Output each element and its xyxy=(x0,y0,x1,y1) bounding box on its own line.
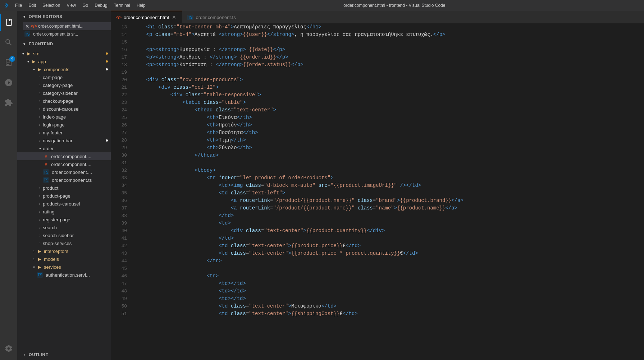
activity-explorer[interactable] xyxy=(0,14,17,31)
login-page-arrow[interactable] xyxy=(37,122,43,128)
products-carousel-label: products-carousel xyxy=(43,201,80,207)
frontend-arrow[interactable] xyxy=(22,41,27,47)
activity-settings[interactable] xyxy=(0,340,17,357)
products-carousel-arrow[interactable] xyxy=(37,201,43,207)
app-arrow[interactable] xyxy=(25,59,31,64)
search-sidebar-arrow[interactable] xyxy=(37,232,43,238)
tree-components[interactable]: ▶ components xyxy=(17,65,111,73)
tree-products-carousel[interactable]: products-carousel xyxy=(17,200,111,208)
code-line-24: <thead class="text-center"> xyxy=(134,106,644,114)
my-footer-arrow[interactable] xyxy=(37,130,43,135)
tree-search[interactable]: search xyxy=(17,223,111,231)
menu-selection[interactable]: Selection xyxy=(40,2,63,9)
checkout-page-arrow[interactable] xyxy=(37,98,43,104)
tree-discount-carousel[interactable]: discount-carousel xyxy=(17,105,111,113)
src-arrow[interactable] xyxy=(20,51,26,56)
tree-category-sidebar[interactable]: category-sidebar xyxy=(17,89,111,97)
tree-category-page[interactable]: category-page xyxy=(17,81,111,89)
open-editor-html[interactable]: ✕ </> order.component.html... xyxy=(23,22,111,30)
tree-login-page[interactable]: login-page xyxy=(17,121,111,129)
category-sidebar-arrow[interactable] xyxy=(37,90,43,96)
code-line-49: <td></td> xyxy=(134,295,644,303)
tree-auth-service[interactable]: TS authentication.servi... xyxy=(17,271,111,279)
activity-search[interactable] xyxy=(0,34,17,51)
tree-services[interactable]: ▶ services xyxy=(17,263,111,271)
menu-go[interactable]: Go xyxy=(79,2,91,9)
tree-order[interactable]: order xyxy=(17,144,111,152)
tree-shop-services[interactable]: shop-services xyxy=(17,239,111,247)
shop-services-arrow[interactable] xyxy=(37,240,43,246)
tab-html-close[interactable]: ✕ xyxy=(171,14,177,20)
tree-index-page[interactable]: index-page xyxy=(17,113,111,121)
menu-help[interactable]: Help xyxy=(134,2,149,9)
search-arrow[interactable] xyxy=(37,225,43,230)
tree-cart-page[interactable]: cart-page xyxy=(17,73,111,81)
outline-header[interactable]: OUTLINE xyxy=(17,349,111,360)
index-page-label: index-page xyxy=(43,114,66,120)
code-line-43: <td class="text-center">{{product.price … xyxy=(134,250,644,257)
close-icon[interactable]: ✕ xyxy=(24,23,30,29)
menu-file[interactable]: File xyxy=(12,2,25,9)
tab-ts[interactable]: TS order.component.ts xyxy=(182,11,241,23)
cart-page-arrow[interactable] xyxy=(37,74,43,80)
tab-html[interactable]: </> order.component.html ✕ xyxy=(111,11,182,23)
models-arrow[interactable] xyxy=(31,256,37,262)
main-layout: 9 OPEN EDITORS ✕ </> order. xyxy=(0,11,644,360)
outline-arrow[interactable] xyxy=(22,352,27,357)
tree-order-component-css[interactable]: # order.component.... xyxy=(17,160,111,168)
code-editor[interactable]: 13 14 15 16 17 18 19 20 21 22 23 24 25 2… xyxy=(111,23,644,360)
open-editor-ts[interactable]: TS order.component.ts sr... xyxy=(23,30,111,38)
code-line-51: <td class="text-center">{{shippingCost}}… xyxy=(134,310,644,318)
activity-source-control[interactable]: 9 xyxy=(0,54,17,71)
menu-terminal[interactable]: Terminal xyxy=(111,2,133,9)
tree-checkout-page[interactable]: checkout-page xyxy=(17,97,111,105)
tree-models[interactable]: ▶ models xyxy=(17,255,111,263)
tree-my-footer[interactable]: my-footer xyxy=(17,129,111,137)
interceptors-arrow[interactable] xyxy=(31,248,37,254)
activity-run[interactable] xyxy=(0,74,17,91)
tree-order-component-html[interactable]: # order.component.... xyxy=(17,152,111,160)
menu-debug[interactable]: Debug xyxy=(92,2,110,9)
window-title: order.component.html - frontend - Visual… xyxy=(149,3,640,8)
tree-interceptors[interactable]: ▶ interceptors xyxy=(17,247,111,255)
tree-order-component-ts1[interactable]: TS order.component.... xyxy=(17,168,111,176)
product-arrow[interactable] xyxy=(37,185,43,191)
menu-edit[interactable]: Edit xyxy=(26,2,39,9)
tree-navigation-bar[interactable]: navigation-bar xyxy=(17,137,111,144)
product-label: product xyxy=(43,185,58,191)
ln-43: 43 xyxy=(111,250,127,257)
category-page-arrow[interactable] xyxy=(37,82,43,88)
tree-rating[interactable]: rating xyxy=(17,208,111,216)
rating-arrow[interactable] xyxy=(37,209,43,214)
open-editors-arrow[interactable] xyxy=(22,14,27,19)
tree-register-page[interactable]: register-page xyxy=(17,216,111,223)
code-content[interactable]: <h1 class="text-center mb-4">Λεπτομέρειε… xyxy=(131,23,644,360)
discount-carousel-arrow[interactable] xyxy=(37,106,43,112)
ln-49: 49 xyxy=(111,295,127,303)
ts-auth-icon: TS xyxy=(37,272,43,278)
ln-38: 38 xyxy=(111,212,127,220)
services-arrow[interactable] xyxy=(31,264,37,270)
register-page-arrow[interactable] xyxy=(37,217,43,222)
code-line-45 xyxy=(134,265,644,272)
ln-20: 20 xyxy=(111,76,127,84)
index-page-arrow[interactable] xyxy=(37,114,43,120)
tree-app[interactable]: ▶ app xyxy=(17,57,111,65)
navigation-bar-arrow[interactable] xyxy=(37,138,43,143)
product-page-arrow[interactable] xyxy=(37,193,43,199)
services-folder-icon: ▶ xyxy=(37,264,42,270)
titlebar: File Edit Selection View Go Debug Termin… xyxy=(0,0,644,11)
menu-view[interactable]: View xyxy=(64,2,79,9)
tree-product-page[interactable]: product-page xyxy=(17,192,111,200)
components-arrow[interactable] xyxy=(31,66,37,72)
tree-product[interactable]: product xyxy=(17,184,111,192)
tree-order-component-ts2[interactable]: TS order.component.ts xyxy=(17,176,111,184)
tree-src[interactable]: ▶ src xyxy=(17,50,111,57)
order-arrow[interactable] xyxy=(37,146,43,151)
ln-17: 17 xyxy=(111,54,127,61)
register-page-label: register-page xyxy=(43,217,70,222)
order-ts2-label: order.component.ts xyxy=(52,177,92,183)
activity-extensions[interactable] xyxy=(0,94,17,111)
folder-icon: ▶ xyxy=(26,51,32,56)
tree-search-sidebar[interactable]: search-sidebar xyxy=(17,231,111,239)
